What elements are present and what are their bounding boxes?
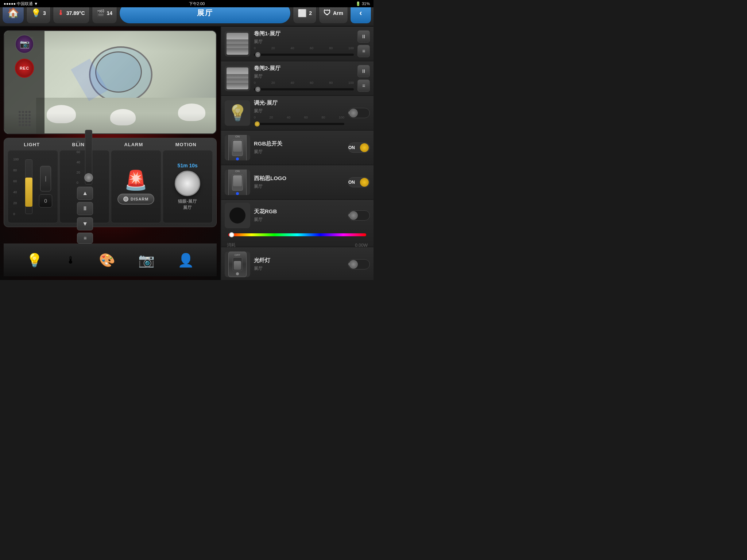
fiber-led — [236, 272, 239, 275]
rgb-switch1-vert-switch[interactable] — [232, 140, 243, 156]
dimmer-toggle-knob — [349, 109, 358, 117]
blinds-down-button[interactable]: ▼ — [77, 217, 93, 230]
blind2-slider-track[interactable] — [254, 88, 354, 90]
nav-item-user[interactable]: 👤 — [178, 253, 194, 268]
blinds-up-button[interactable]: ▲ — [77, 187, 93, 200]
logo-led — [236, 192, 239, 195]
alarm-section-label: ALARM — [124, 142, 143, 147]
blind2-image — [227, 67, 248, 89]
camera-container: 展厅 📷 REC — [4, 30, 217, 134]
nav-item-light[interactable]: 💡 — [26, 253, 43, 268]
battery-label: 🔋 31% — [356, 1, 370, 6]
alarm-icon: 🚨 — [124, 169, 148, 191]
fiber-off-label: OFF — [235, 253, 240, 257]
blinds-pause-button[interactable]: ⏸ — [77, 202, 93, 215]
blind1-thumbnail — [225, 31, 250, 57]
rgb-color-header: 天花RGB 展厅 OFF — [225, 203, 370, 228]
alarm-control-section: 🚨 DISARM — [111, 150, 161, 223]
nav-rgb-icon: 🎨 — [99, 253, 115, 268]
nav-temp-icon: 🌡 — [66, 254, 76, 266]
blind-image — [227, 33, 248, 55]
blinds-menu-button[interactable]: ≡ — [77, 233, 93, 244]
blind1-pause-button[interactable]: ⏸ — [357, 30, 370, 43]
rgb-color-slider-section — [225, 232, 370, 238]
light-scale: 100806040200 — [13, 158, 19, 216]
speaker-grill — [19, 111, 31, 126]
dimmer-toggle-switch[interactable]: OFF — [348, 108, 370, 118]
device-row-dimmer: 💡 调光-展厅 展厅 020406080100 O — [221, 96, 374, 131]
rgb-color-bar[interactable] — [228, 233, 366, 236]
rgb-switch1-toggle[interactable]: ON — [348, 143, 370, 153]
logo-name: 西柏思LOGO — [254, 175, 344, 182]
dimmer-slider-thumb[interactable] — [255, 121, 260, 127]
light-control-section: 100806040200 | 0 — [8, 150, 58, 223]
rgb-switch1-led — [236, 158, 239, 160]
light-toggle-button[interactable]: | — [40, 166, 51, 191]
rgb-switch1-vert-knob — [233, 141, 242, 152]
rgb-color-toggle[interactable]: OFF — [348, 210, 370, 221]
fiber-room: 展厅 — [254, 265, 344, 272]
right-panel: 卷闸1-展厅 展厅 020406080100 ⏸ ≡ — [220, 27, 374, 280]
chevron-left-icon: ‹ — [359, 8, 362, 18]
light-section-label: LIGHT — [24, 142, 40, 147]
motion-device-info: 猫眼-展厅 展厅 — [178, 198, 197, 211]
nav-item-rgb[interactable]: 🎨 — [99, 253, 115, 268]
nav-item-camera[interactable]: 📷 — [138, 253, 155, 268]
rgb-color-toggle-switch[interactable]: OFF — [348, 210, 370, 221]
logo-vert-knob — [233, 175, 242, 186]
blind2-thumbnail — [225, 66, 250, 91]
light-slider-thumb[interactable] — [25, 178, 32, 207]
blind1-name: 卷闸1-展厅 — [254, 30, 354, 37]
blind2-pause-button[interactable]: ⏸ — [357, 65, 370, 77]
fiber-toggle[interactable]: OFF — [348, 259, 370, 269]
dimmer-info: 调光-展厅 展厅 020406080100 — [254, 100, 344, 127]
rgb-switch1-toggle-switch[interactable]: ON — [348, 143, 370, 153]
dimmer-toggle[interactable]: OFF — [348, 108, 370, 118]
camera-count: 14 — [107, 10, 113, 16]
logo-toggle-knob — [360, 178, 369, 187]
controls-body: 100806040200 | 0 — [8, 150, 213, 223]
blind1-controls: ⏸ ≡ — [357, 30, 370, 57]
blind2-info: 卷闸2-展厅 展厅 020406080100 — [254, 65, 354, 92]
record-button[interactable]: REC — [15, 59, 34, 78]
fiber-toggle-switch[interactable]: OFF — [348, 259, 370, 269]
nav-item-temp[interactable]: 🌡 — [66, 254, 76, 266]
motion-section-label: MOTION — [175, 142, 197, 147]
blinds-slider-knob[interactable] — [84, 173, 93, 182]
rgb-color-slider-thumb[interactable] — [229, 232, 234, 237]
rgb-switch1-toggle-thumb: ON — [228, 135, 247, 160]
disarm-button[interactable]: DISARM — [117, 194, 154, 205]
rgb-switch1-toggle-label: ON — [348, 145, 355, 150]
blind1-room: 展厅 — [254, 39, 354, 45]
camera-lens-button[interactable]: 📷 — [15, 35, 34, 54]
motion-button[interactable] — [175, 171, 200, 196]
blind1-slider-thumb[interactable] — [255, 52, 260, 57]
logo-vert-switch[interactable] — [232, 174, 243, 191]
fiber-switch-body[interactable] — [233, 257, 242, 271]
main-content: 展厅 📷 REC — [0, 27, 374, 280]
rgb-switch1-thumbnail: ON — [225, 135, 250, 160]
blind2-menu-button[interactable]: ≡ — [357, 79, 370, 92]
device-row-fiber: OFF 光纤灯 展厅 OFF — [221, 247, 374, 280]
light-count: 3 — [43, 10, 46, 16]
camera-controls-overlay: 📷 REC — [4, 31, 44, 133]
blind1-menu-button[interactable]: ≡ — [357, 45, 370, 57]
blinds-control-section: 100806040200 ▲ ⏸ ▼ ≡ — [59, 150, 110, 223]
controls-header: LIGHT BLINDS ALARM MOTION — [8, 142, 213, 147]
fiber-switch-thumb: OFF — [228, 252, 247, 277]
rgb-color-name: 天花RGB — [254, 208, 344, 215]
fiber-switch-knob — [234, 261, 241, 270]
blind2-slider-thumb[interactable] — [255, 87, 260, 92]
dimmer-slider-track[interactable] — [254, 123, 344, 125]
logo-toggle-switch[interactable]: ON — [348, 177, 370, 187]
thermometer-icon: 🌡 — [58, 9, 64, 17]
blind1-slider-track[interactable] — [254, 54, 354, 56]
logo-controls: ON — [348, 177, 370, 187]
blinds-track — [85, 130, 92, 184]
rgb-color-toggle-knob — [349, 211, 358, 220]
logo-toggle[interactable]: ON — [348, 177, 370, 187]
rgb-switch1-toggle-knob — [360, 143, 369, 152]
device-row-rgb-switch1: ON RGB总开关 展厅 ON — [221, 131, 374, 165]
device-row-blind2: 卷闸2-展厅 展厅 020406080100 ⏸ ≡ — [221, 61, 374, 96]
device-row-logo: ON 西柏思LOGO 展厅 ON — [221, 165, 374, 200]
